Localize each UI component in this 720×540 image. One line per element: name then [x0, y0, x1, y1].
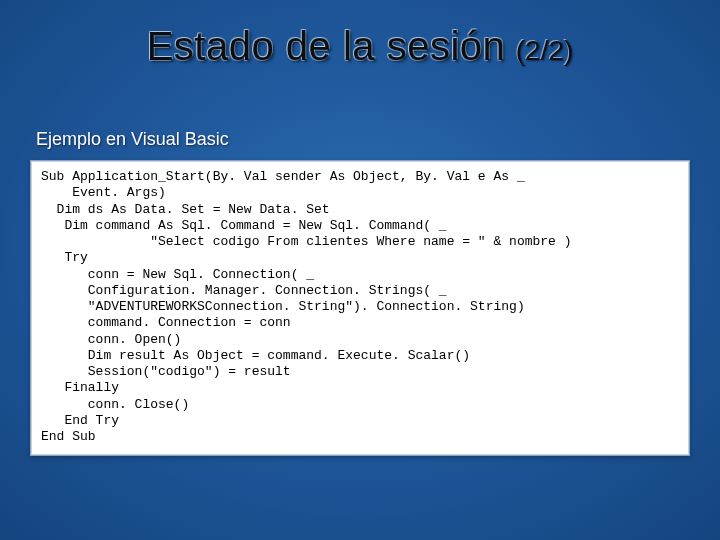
code-block: Sub Application_Start(By. Val sender As …: [30, 160, 690, 456]
slide: Estado de la sesión (2/2) Ejemplo en Vis…: [0, 0, 720, 540]
title-wrap: Estado de la sesión (2/2): [30, 24, 690, 69]
slide-subtitle: Ejemplo en Visual Basic: [36, 129, 690, 150]
slide-title: Estado de la sesión: [147, 24, 506, 68]
slide-pager: (2/2): [516, 35, 574, 66]
